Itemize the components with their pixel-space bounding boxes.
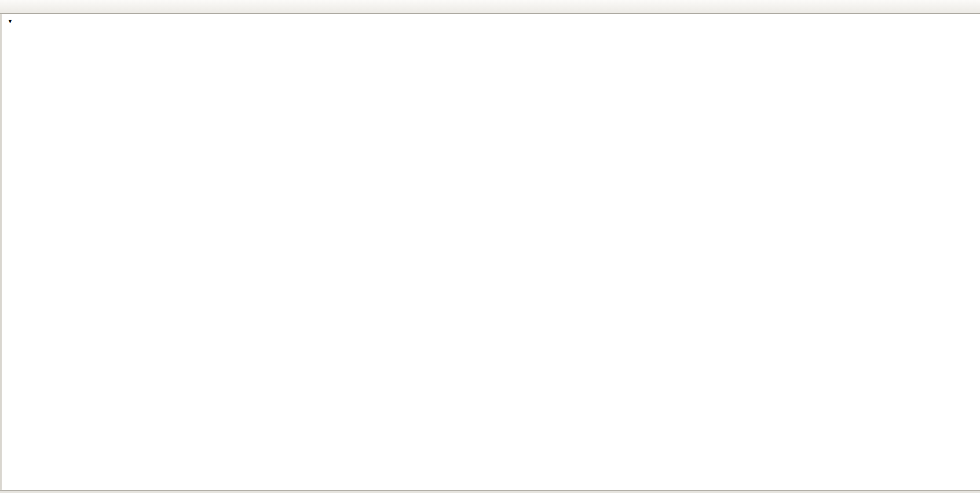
window-left-edge xyxy=(0,14,2,493)
chart-canvas[interactable] xyxy=(0,0,980,493)
symbol-dropdown-icon[interactable]: ▼ xyxy=(8,19,13,24)
toolbar xyxy=(0,0,980,14)
chart-title: ▼ xyxy=(8,17,15,25)
mt4-window: ▼ xyxy=(0,0,980,493)
window-bottom-edge xyxy=(0,490,980,493)
